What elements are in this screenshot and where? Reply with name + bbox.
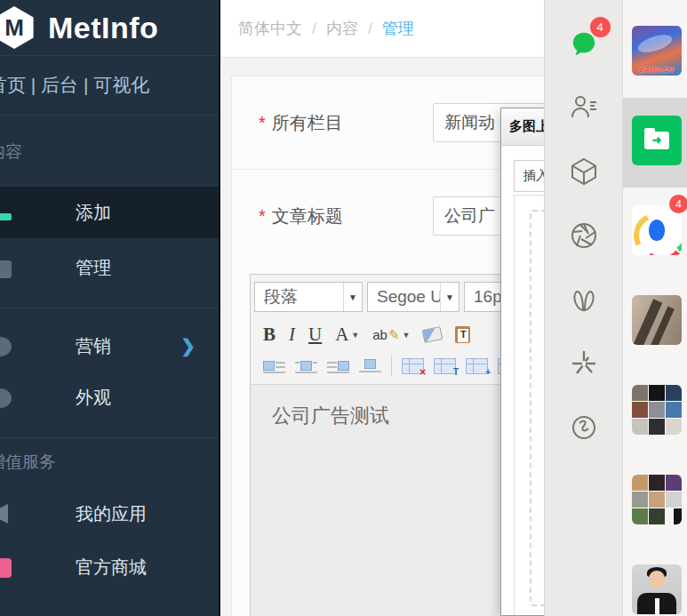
sidebar-divider (0, 308, 219, 308)
italic-button[interactable]: I (289, 324, 295, 346)
breadcrumb-content[interactable]: 内容 (326, 18, 358, 39)
breadcrumb-language[interactable]: 简体中文 (238, 18, 302, 39)
chat-row-group-2[interactable] (623, 457, 687, 547)
sidebar-section-vas: 增值服务 (0, 451, 219, 474)
eraser-icon (422, 326, 443, 343)
butterfly-icon[interactable] (569, 284, 599, 315)
image-align-right-button[interactable] (327, 359, 349, 374)
breadcrumb: 简体中文 / 内容 / 管理 (220, 0, 544, 58)
sidebar-item-official-mall[interactable]: 官方商城 (0, 541, 219, 593)
chat-unread-badge: 4 (590, 17, 611, 37)
underline-button[interactable]: U (308, 324, 322, 346)
breadcrumb-separator: / (368, 20, 372, 38)
sidebar-item-label: 官方商城 (76, 556, 147, 580)
quick-nav-links[interactable]: 首页 | 后台 | 可视化 (0, 56, 219, 116)
wechat-overlay: 4 (544, 0, 687, 616)
delete-table-button[interactable]: ✕ (402, 358, 424, 374)
sidebar-item-manage[interactable]: 管理 (0, 242, 219, 293)
sidebar-section-content: 内容 (0, 140, 219, 164)
dropdown-arrow-icon[interactable]: ▼ (440, 283, 459, 311)
required-asterisk: * (259, 206, 266, 226)
insert-table-button[interactable]: + (466, 358, 488, 374)
cube-icon[interactable] (569, 156, 599, 187)
sidebar-item-my-apps[interactable]: 我的应用 (0, 488, 219, 540)
breadcrumb-manage[interactable]: 管理 (382, 18, 414, 39)
shadow-photo-avatar (632, 295, 682, 345)
logo-text: MetInfo (48, 11, 158, 45)
sidebar-item-label: 添加 (76, 201, 111, 225)
sidebar-item-appearance[interactable]: 外观 (0, 372, 219, 423)
required-asterisk: * (259, 113, 266, 132)
chat-row-qq-group[interactable]: 4 (623, 188, 687, 277)
my-apps-icon (0, 502, 12, 525)
portrait-man-avatar (632, 564, 682, 614)
main-content: 简体中文 / 内容 / 管理 *所有栏目 新闻动 *文章标题 公司广 段落 ▼ (219, 0, 544, 616)
table-props-button[interactable]: T (434, 358, 456, 374)
dropdown-arrow-icon[interactable]: ▼ (343, 283, 362, 311)
manage-icon (0, 260, 12, 278)
avatar-watermark-text: EA666.CN (632, 66, 682, 74)
breadcrumb-separator: / (312, 20, 316, 38)
chat-row-shadow-photo[interactable] (623, 277, 687, 367)
sidebar-item-label: 我的应用 (76, 502, 147, 526)
image-align-center-button[interactable] (295, 359, 317, 374)
sidebar-item-label: 外观 (76, 386, 111, 410)
penguin-icon (649, 220, 665, 241)
image-block-button[interactable] (359, 359, 381, 374)
paragraph-select[interactable]: 段落 ▼ (254, 282, 363, 312)
group-grid-avatar-1 (632, 385, 682, 435)
column-label: *所有栏目 (232, 111, 433, 135)
chat-row-artwork[interactable]: EA666.CN (623, 8, 687, 98)
contacts-icon[interactable] (569, 92, 599, 123)
add-icon (0, 213, 12, 220)
highlight-button[interactable]: ab✎▼ (372, 327, 410, 343)
sidebar-divider (0, 437, 219, 438)
sidebar-item-label: 管理 (76, 256, 111, 280)
title-label: *文章标题 (232, 204, 433, 228)
sidebar: M MetInfo 首页 | 后台 | 可视化 内容 添加 管理 营销 ❯ 外观… (0, 0, 219, 616)
chat-bubble-icon[interactable]: 4 (569, 28, 599, 59)
file-transfer-avatar (632, 116, 682, 165)
sidebar-item-marketing[interactable]: 营销 ❯ (0, 320, 219, 372)
group-grid-avatar-2 (632, 475, 682, 524)
bold-button[interactable]: B (263, 324, 276, 346)
chat-unread-badge: 4 (669, 195, 687, 213)
metinfo-logo-icon: M (0, 6, 36, 49)
marketing-icon (0, 337, 12, 356)
clipboard-icon (455, 326, 470, 343)
link-s-icon[interactable] (569, 412, 599, 443)
aperture-icon[interactable] (569, 220, 599, 251)
sidebar-item-add[interactable]: 添加 (0, 187, 219, 238)
toolbar-divider (391, 356, 392, 376)
qq-group-avatar (632, 205, 682, 255)
chat-row-group-1[interactable] (623, 367, 687, 457)
chevron-right-icon: ❯ (180, 335, 196, 356)
official-mall-icon (0, 558, 12, 578)
dropdown-arrow-icon[interactable]: ▼ (351, 331, 359, 340)
appearance-icon (0, 388, 12, 408)
paste-text-button[interactable] (455, 326, 470, 343)
wechat-dock: 4 (544, 0, 622, 616)
chat-row-file-transfer[interactable] (623, 98, 687, 188)
folder-arrow-icon (644, 132, 669, 149)
highlight-pen-icon: ✎ (388, 327, 400, 343)
dropdown-arrow-icon[interactable]: ▼ (403, 331, 411, 340)
wechat-chat-list: EA666.CN 4 (622, 0, 687, 616)
format-eraser-button[interactable] (423, 328, 442, 341)
image-align-left-button[interactable] (263, 359, 285, 374)
font-color-button[interactable]: A▼ (335, 324, 359, 346)
sidebar-item-label: 营销 (76, 334, 111, 358)
logo[interactable]: M MetInfo (0, 0, 219, 56)
sparkle-icon[interactable] (569, 348, 599, 379)
chat-row-portrait[interactable] (623, 547, 687, 616)
artwork-avatar: EA666.CN (632, 26, 682, 76)
font-family-select[interactable]: Segoe UI ▼ (367, 282, 459, 312)
